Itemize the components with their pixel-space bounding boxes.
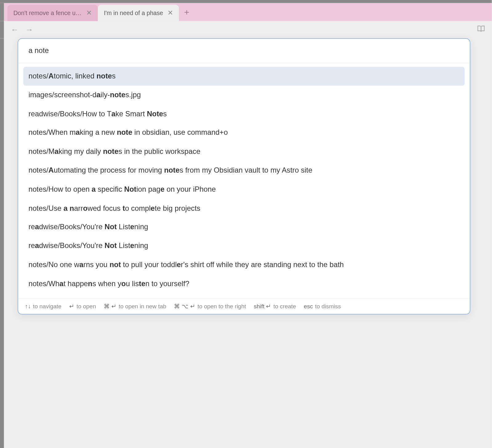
forward-arrow-icon[interactable]: → [26,25,33,34]
results-list: notes/Atomic, linked notesimages/screens… [18,63,470,298]
search-input[interactable] [28,46,459,55]
search-input-row [18,39,470,63]
tab-inactive[interactable]: Don't remove a fence unt… ✕ [7,5,98,21]
result-item[interactable]: notes/No one warns you not to pull your … [23,255,465,274]
quick-switcher-modal: notes/Atomic, linked notesimages/screens… [18,38,470,314]
keyboard-hint: ⌘ ⌥ ↵to open to the right [174,303,246,310]
result-item[interactable]: notes/I haven't experienced imposter syn… [23,293,465,298]
result-item[interactable]: images/screenshot-daily-notes.jpg [23,86,465,104]
result-item[interactable]: notes/When making a new note in obsidian… [23,123,465,142]
result-item[interactable]: readwise/Books/You're Not Listening [23,237,465,255]
list-item: pop culture blogs - Perez Hilton [60,318,220,330]
close-icon[interactable]: ✕ [86,10,92,16]
keyboard-hint: escto dismiss [304,303,341,310]
result-item[interactable]: readwise/Books/You're Not Listening [23,218,465,237]
keyboard-hint: ↵to open [69,303,96,310]
result-item[interactable]: notes/Automating the process for moving … [23,161,465,180]
tab-bar: Don't remove a fence unt… ✕ I'm in need … [0,3,492,21]
tab-title: Don't remove a fence unt… [13,10,82,16]
window-top-border [0,0,492,3]
keyboard-hint: shift ↵to create [254,303,296,310]
result-item[interactable]: notes/Making my daily notes in the publi… [23,142,465,161]
content-area: livejournal pop culture blogs - Perez Hi… [0,38,492,448]
tab-active[interactable]: I'm in need of a phase ✕ [98,5,179,21]
tab-title: I'm in need of a phase [104,10,163,16]
book-icon[interactable] [477,25,485,34]
back-arrow-icon[interactable]: ← [11,25,18,34]
result-item[interactable]: notes/Use a narrowed focus to complete b… [23,199,465,218]
add-tab-button[interactable]: + [179,7,194,17]
result-item[interactable]: notes/How to open a specific Notion page… [23,180,465,199]
nav-bar: ← → [0,21,492,38]
result-item[interactable]: notes/What happens when you listen to yo… [23,274,465,293]
close-icon[interactable]: ✕ [167,10,173,16]
footer-hints: ↑↓to navigate↵to open⌘ ↵to open in new t… [18,298,470,314]
keyboard-hint: ⌘ ↵to open in new tab [104,303,166,310]
keyboard-hint: ↑↓to navigate [25,303,61,310]
result-item[interactable]: readwise/Books/How to Take Smart Notes [23,105,465,123]
result-item[interactable]: notes/Atomic, linked notes [23,67,465,86]
